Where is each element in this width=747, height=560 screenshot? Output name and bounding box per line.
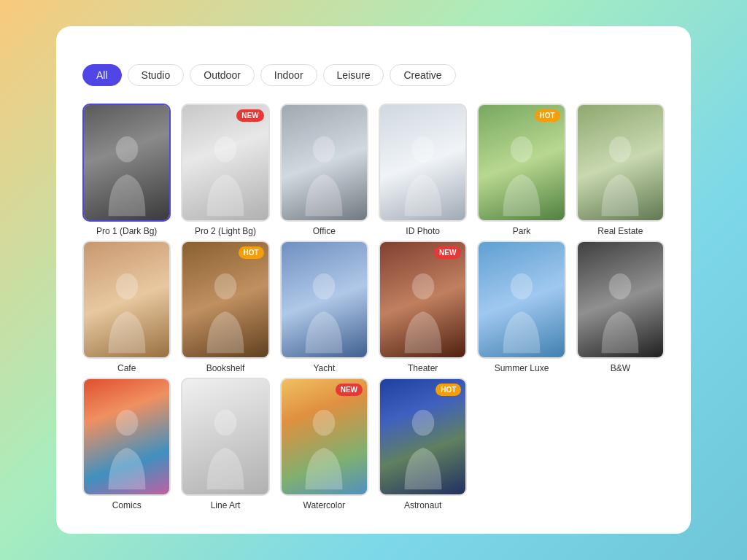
style-item-cafe[interactable]: Cafe <box>82 241 171 373</box>
style-label-park: Park <box>513 226 531 236</box>
style-label-bookshelf: Bookshelf <box>206 363 245 373</box>
svg-point-12 <box>115 410 138 436</box>
style-label-bw: B&W <box>611 363 630 373</box>
svg-point-5 <box>609 136 632 163</box>
filter-tabs: AllStudioOutdoorIndoorLeisureCreative <box>82 64 665 86</box>
svg-point-15 <box>411 410 434 436</box>
filter-tab-indoor[interactable]: Indoor <box>260 64 317 86</box>
style-item-office[interactable]: Office <box>280 104 368 236</box>
style-item-comics[interactable]: Comics <box>82 378 171 510</box>
style-label-realestate: Real Estate <box>597 226 643 236</box>
svg-point-9 <box>411 273 434 300</box>
svg-point-1 <box>214 136 237 163</box>
svg-point-3 <box>411 136 434 163</box>
svg-point-0 <box>115 136 138 163</box>
style-item-pro2[interactable]: NEWPro 2 (Light Bg) <box>181 104 269 236</box>
badge-bookshelf: HOT <box>239 246 264 259</box>
svg-point-14 <box>313 410 336 436</box>
style-item-watercolor[interactable]: NEWWatercolor <box>280 378 368 510</box>
style-item-lineart[interactable]: Line Art <box>181 378 269 510</box>
badge-theater: NEW <box>434 246 461 259</box>
svg-point-2 <box>313 136 336 163</box>
style-item-summerluxe[interactable]: Summer Luxe <box>477 241 565 373</box>
svg-point-10 <box>511 273 533 300</box>
style-label-cafe: Cafe <box>117 363 136 373</box>
style-item-yacht[interactable]: Yacht <box>280 241 368 373</box>
filter-tab-creative[interactable]: Creative <box>390 64 455 86</box>
style-label-lineart: Line Art <box>211 500 241 510</box>
style-label-pro1: Pro 1 (Dark Bg) <box>96 226 157 236</box>
style-label-astronaut: Astronaut <box>404 500 441 510</box>
svg-point-6 <box>115 273 138 300</box>
svg-point-13 <box>214 410 237 436</box>
style-item-theater[interactable]: NEWTheater <box>379 241 467 373</box>
style-label-yacht: Yacht <box>313 363 335 373</box>
style-item-pro1[interactable]: Pro 1 (Dark Bg) <box>82 104 171 236</box>
style-item-idphoto[interactable]: ID Photo <box>379 104 467 236</box>
filter-tab-outdoor[interactable]: Outdoor <box>190 64 255 86</box>
style-label-theater: Theater <box>408 363 438 373</box>
style-item-park[interactable]: HOTPark <box>477 104 565 236</box>
svg-point-7 <box>214 273 237 300</box>
style-row-0: Pro 1 (Dark Bg)NEWPro 2 (Light Bg)Office… <box>82 104 665 236</box>
style-item-astronaut[interactable]: HOTAstronaut <box>379 378 467 510</box>
style-row-2: ComicsLine ArtNEWWatercolorHOTAstronaut <box>82 378 665 510</box>
filter-tab-leisure[interactable]: Leisure <box>323 64 384 86</box>
style-row-1: CafeHOTBookshelfYachtNEWTheaterSummer Lu… <box>82 241 665 373</box>
style-label-office: Office <box>313 226 336 236</box>
style-selector-panel: AllStudioOutdoorIndoorLeisureCreative Pr… <box>56 26 691 533</box>
style-label-pro2: Pro 2 (Light Bg) <box>195 226 256 236</box>
style-label-watercolor: Watercolor <box>303 500 346 510</box>
filter-tab-all[interactable]: All <box>82 64 122 86</box>
svg-point-11 <box>609 273 632 300</box>
filter-tab-studio[interactable]: Studio <box>128 64 185 86</box>
svg-point-4 <box>511 136 533 163</box>
style-item-bw[interactable]: B&W <box>576 241 665 373</box>
badge-park: HOT <box>535 109 560 122</box>
style-label-comics: Comics <box>112 500 142 510</box>
badge-watercolor: NEW <box>336 384 363 396</box>
style-item-realestate[interactable]: Real Estate <box>576 104 665 236</box>
badge-pro2: NEW <box>236 109 263 122</box>
svg-point-8 <box>313 273 336 300</box>
style-grid: Pro 1 (Dark Bg)NEWPro 2 (Light Bg)Office… <box>82 104 665 510</box>
style-label-idphoto: ID Photo <box>406 226 440 236</box>
style-item-bookshelf[interactable]: HOTBookshelf <box>181 241 269 373</box>
style-label-summerluxe: Summer Luxe <box>495 363 549 373</box>
badge-astronaut: HOT <box>436 384 461 396</box>
